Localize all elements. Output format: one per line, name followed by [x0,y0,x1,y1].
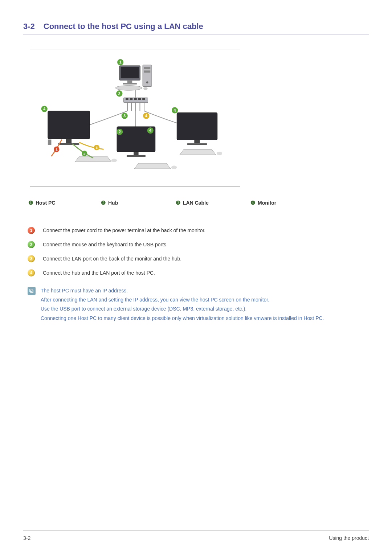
section-number: 3-2 [23,22,35,31]
legend-number-1-icon: ❶ [28,200,33,206]
svg-rect-15 [134,98,137,100]
svg-rect-32 [58,143,79,145]
page-footer: 3-2 Using the product [23,530,369,541]
legend-row: ❶ Host PC ❷ Hub ❸ LAN Cable ❹ Monitor [23,200,369,206]
diagram-svg: 1 2 3 4 [37,57,233,179]
legend-label: LAN Cable [183,200,209,206]
step-text: Connect the mouse and the keyboard to th… [43,241,168,249]
step-4: 4 Connect the hub and the LAN port of th… [28,269,369,277]
monitor-right-icon [177,113,222,155]
svg-point-54 [217,152,222,155]
svg-text:3: 3 [96,146,98,150]
step-circle-4-icon: 4 [28,269,35,276]
svg-text:2: 2 [118,91,121,96]
step-text: Connect the power cord to the power term… [43,227,205,234]
step-3: 3 Connect the LAN port on the back of th… [28,255,369,263]
svg-text:2: 2 [83,152,85,156]
note-lines: The host PC must have an IP address. Aft… [41,286,369,323]
legend-label: Monitor [258,200,276,206]
hub-icon [123,98,148,111]
svg-point-7 [146,81,148,83]
svg-rect-53 [187,143,207,145]
step-text: Connect the hub and the LAN port of the … [43,269,155,277]
section-title: Connect to the host PC using a LAN cable [44,22,203,31]
svg-point-8 [115,86,142,90]
footer-page-number: 3-2 [23,535,30,541]
note-icon [28,287,36,295]
svg-text:4: 4 [43,107,45,111]
step-text: Connect the LAN port on the back of the … [43,255,181,263]
legend-number-2-icon: ❷ [100,200,106,206]
svg-rect-31 [66,139,72,143]
svg-rect-5 [144,67,150,69]
footer-chapter: Using the product [329,535,369,541]
monitor-center-icon [117,127,177,169]
svg-rect-44 [134,152,138,155]
note-line-3: Use the USB port to connect an external … [41,304,369,313]
legend-number-3-icon: ❸ [175,200,181,206]
legend-label: Hub [108,200,118,206]
legend-label: Host PC [36,200,55,206]
svg-point-33 [111,159,117,162]
step-1: 1 Connect the power cord to the power te… [28,227,369,234]
legend-hub: ❷ Hub [100,200,171,206]
svg-rect-3 [123,83,136,85]
svg-rect-6 [144,70,150,73]
step-circle-2-icon: 2 [28,241,35,248]
svg-text:1: 1 [56,147,58,151]
svg-text:1: 1 [119,60,122,64]
note-block: The host PC must have an IP address. Aft… [23,286,369,323]
svg-point-9 [143,87,148,90]
step-circle-1-icon: 1 [28,227,35,234]
svg-text:4: 4 [149,128,151,132]
svg-rect-1 [121,67,139,78]
legend-number-4-icon: ❹ [250,200,256,206]
svg-rect-30 [48,111,90,139]
svg-rect-34 [48,140,52,145]
svg-rect-2 [127,80,132,83]
svg-rect-16 [138,98,141,100]
note-line-2: After connecting the LAN and setting the… [41,295,369,304]
connection-diagram: 1 2 3 4 [30,49,240,187]
svg-rect-14 [130,98,133,100]
step-circle-3-icon: 3 [28,255,35,262]
svg-rect-52 [194,140,200,144]
svg-text:4: 4 [145,114,147,118]
host-pc-icon [115,65,152,90]
legend-host-pc: ❶ Host PC [28,200,97,206]
svg-text:2: 2 [119,130,121,134]
legend-monitor: ❹ Monitor [250,200,304,206]
svg-rect-45 [127,155,146,157]
svg-text:4: 4 [174,108,176,112]
steps-list: 1 Connect the power cord to the power te… [23,227,369,277]
svg-point-46 [171,166,177,169]
svg-rect-13 [126,98,128,100]
legend-lan-cable: ❸ LAN Cable [175,200,246,206]
svg-rect-51 [177,113,217,140]
section-heading: 3-2 Connect to the host PC using a LAN c… [23,22,369,34]
svg-text:3: 3 [123,114,126,118]
note-line-1: The host PC must have an IP address. [41,286,369,295]
step-2: 2 Connect the mouse and the keyboard to … [28,241,369,249]
note-line-4: Connecting one Host PC to many client de… [41,314,369,323]
svg-rect-17 [142,98,145,100]
